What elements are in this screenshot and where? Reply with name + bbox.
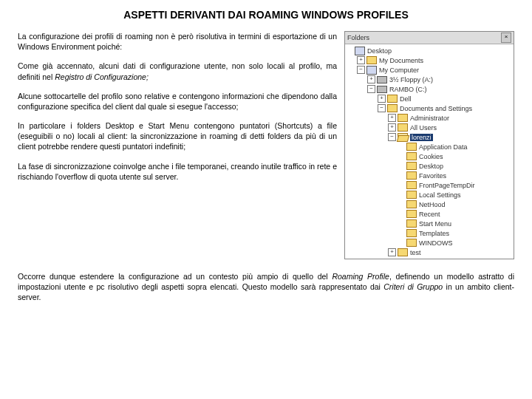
folder-icon bbox=[406, 229, 417, 237]
collapse-icon[interactable]: − bbox=[378, 104, 386, 112]
expand-icon[interactable]: + bbox=[357, 56, 365, 64]
folder-icon bbox=[387, 95, 398, 103]
body-text: La configurazione dei profili di roaming… bbox=[18, 31, 337, 259]
tree-item[interactable]: −My Computer bbox=[345, 65, 514, 75]
tree-item-label: Favorites bbox=[419, 172, 446, 180]
tree-item[interactable]: +Dell bbox=[345, 94, 514, 103]
tree-item-label: FrontPageTempDir bbox=[419, 182, 475, 189]
tree-item[interactable]: +test bbox=[345, 248, 514, 257]
tree-spacer bbox=[398, 163, 405, 169]
tree-spacer bbox=[398, 182, 405, 188]
tree-spacer bbox=[398, 143, 405, 150]
tree-item-label: Local Settings bbox=[419, 191, 461, 199]
expand-icon[interactable]: + bbox=[367, 75, 375, 83]
tree-item-label: lorenzi bbox=[410, 134, 433, 141]
folder-icon bbox=[398, 123, 408, 132]
tree-item-label: Recent bbox=[419, 211, 440, 218]
tree-item[interactable]: Favorites bbox=[345, 171, 514, 180]
tree-item-label: All Users bbox=[410, 124, 437, 132]
tree-spacer bbox=[398, 230, 405, 236]
tree-item[interactable]: +Administrator bbox=[345, 113, 514, 123]
tree-item[interactable]: −RAMBO (C:) bbox=[345, 84, 514, 94]
folder-tree: Folders × Desktop+My Documents−My Comput… bbox=[344, 31, 514, 259]
expand-icon[interactable]: + bbox=[388, 123, 396, 132]
tree-item[interactable]: −lorenzi bbox=[345, 132, 514, 142]
collapse-icon[interactable]: − bbox=[367, 85, 375, 93]
folder-icon bbox=[406, 171, 417, 180]
tree-item-label: 3½ Floppy (A:) bbox=[389, 76, 433, 83]
folder-icon bbox=[406, 210, 417, 218]
tree-item-label: Cookies bbox=[419, 153, 443, 160]
tree-item-label: test bbox=[410, 249, 421, 256]
disk-icon bbox=[377, 86, 387, 93]
page-title: ASPETTI DERIVANTI DAI ROAMING WINDOWS PR… bbox=[18, 9, 514, 21]
tree-item-label: Desktop bbox=[367, 47, 392, 55]
tree-item[interactable]: NetHood bbox=[345, 200, 514, 209]
paragraph-2: Come già accennato, alcuni dati di confi… bbox=[18, 61, 337, 81]
folder-tree-header: Folders × bbox=[345, 32, 514, 44]
folder-icon bbox=[406, 239, 417, 247]
tree-item-label: Start Menu bbox=[419, 220, 451, 228]
disk-icon bbox=[377, 76, 387, 83]
expand-icon[interactable]: + bbox=[388, 114, 396, 122]
folder-tree-title: Folders bbox=[347, 34, 501, 41]
tree-item[interactable]: Desktop bbox=[345, 161, 514, 171]
computer-icon bbox=[366, 66, 377, 75]
folder-open-icon bbox=[398, 133, 408, 141]
tree-item[interactable]: Application Data bbox=[345, 142, 514, 151]
tree-spacer bbox=[398, 220, 405, 227]
tree-item[interactable]: Local Settings bbox=[345, 190, 514, 200]
tree-item[interactable]: WINDOWS bbox=[345, 238, 514, 248]
tree-item-label: Templates bbox=[419, 230, 449, 237]
tree-spacer bbox=[398, 191, 405, 198]
tree-item-label: NetHood bbox=[419, 201, 446, 208]
folder-icon bbox=[406, 162, 417, 170]
tree-item-label: Documents and Settings bbox=[400, 105, 472, 112]
tree-spacer bbox=[398, 201, 405, 208]
folder-icon bbox=[406, 152, 417, 160]
collapse-icon[interactable]: − bbox=[357, 66, 365, 74]
close-icon[interactable]: × bbox=[501, 33, 511, 43]
tree-item-label: RAMBO (C:) bbox=[389, 86, 427, 93]
tree-item[interactable]: Templates bbox=[345, 228, 514, 238]
tree-item[interactable]: −Documents and Settings bbox=[345, 103, 514, 113]
paragraph-4: In particolare i folders Desktop e Start… bbox=[18, 120, 337, 152]
tree-item-label: Dell bbox=[400, 95, 412, 103]
folder-icon bbox=[406, 143, 417, 151]
tree-spacer bbox=[398, 153, 405, 160]
tree-item-label: Application Data bbox=[419, 143, 468, 151]
tree-item-label: My Computer bbox=[379, 66, 419, 74]
paragraph-5: La fase di sincronizzazione coinvolge an… bbox=[18, 161, 337, 182]
tree-spacer bbox=[398, 172, 405, 179]
folder-icon bbox=[398, 248, 408, 256]
tree-item[interactable]: Desktop bbox=[345, 46, 514, 55]
expand-icon[interactable]: + bbox=[388, 248, 396, 256]
tree-item[interactable]: +All Users bbox=[345, 123, 514, 132]
computer-icon bbox=[355, 47, 365, 55]
expand-icon[interactable]: + bbox=[378, 95, 386, 103]
tree-item-label: Desktop bbox=[419, 163, 443, 170]
folder-icon bbox=[387, 104, 398, 112]
tree-item[interactable]: Cookies bbox=[345, 151, 514, 161]
folder-icon bbox=[366, 56, 377, 64]
collapse-icon[interactable]: − bbox=[388, 133, 396, 141]
folder-icon bbox=[406, 200, 417, 208]
folder-icon bbox=[406, 191, 417, 199]
paragraph-1: La configurazione dei profili di roaming… bbox=[18, 31, 337, 52]
tree-item[interactable]: FrontPageTempDir bbox=[345, 180, 514, 190]
tree-spacer bbox=[347, 47, 353, 54]
tree-item-label: My Documents bbox=[379, 57, 423, 64]
tree-item[interactable]: Recent bbox=[345, 209, 514, 219]
folder-icon bbox=[406, 219, 417, 228]
folder-icon bbox=[398, 114, 408, 122]
footer-paragraph: Occorre dunque estendere la configurazio… bbox=[18, 271, 514, 303]
tree-item[interactable]: Start Menu bbox=[345, 219, 514, 228]
folder-icon bbox=[406, 181, 417, 189]
paragraph-3: Alcune sottocartelle del profilo sono re… bbox=[18, 91, 337, 112]
tree-item[interactable]: +My Documents bbox=[345, 55, 514, 65]
tree-item[interactable]: +3½ Floppy (A:) bbox=[345, 75, 514, 84]
tree-spacer bbox=[398, 239, 405, 246]
folder-tree-body: Desktop+My Documents−My Computer+3½ Flop… bbox=[345, 44, 514, 259]
tree-item-label: Administrator bbox=[410, 115, 449, 122]
tree-item-label: WINDOWS bbox=[419, 239, 453, 247]
